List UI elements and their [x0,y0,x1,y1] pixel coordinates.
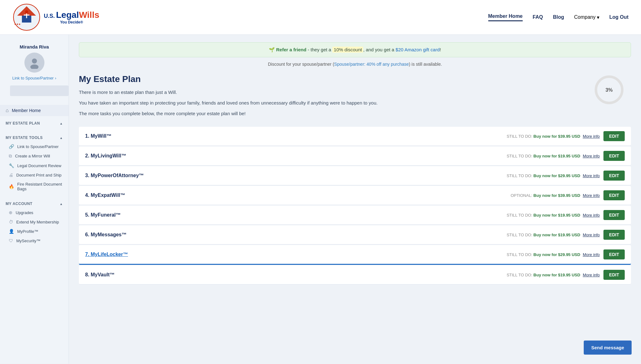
estate-plan-desc3: The more tasks you complete below, the m… [79,110,631,117]
sidebar-item-upgrades[interactable]: ⊕ Upgrades [0,208,69,217]
edit-button[interactable]: EDIT [603,190,625,200]
svg-point-8 [30,64,38,69]
estate-plan-section-header[interactable]: MY ESTATE PLAN ▲ [0,119,69,127]
more-info-link[interactable]: More info [583,252,600,257]
banner-message: - [308,47,310,52]
logo-area: ★★★ U.S. LegalWills You Decide® [13,3,99,31]
sidebar-item-label: MySecurity™ [16,238,40,243]
sidebar-item-label: Upgrades [16,210,33,215]
logo-wills-text: Wills [79,10,99,20]
nav-company-dropdown[interactable]: Company ▾ [574,14,599,20]
nav-blog[interactable]: Blog [553,14,564,20]
item-status: OPTIONAL: Buy now for $39.95 USD [510,193,580,198]
sidebar-item-label: Extend My Membership [16,220,59,224]
more-info-link[interactable]: More info [583,173,600,178]
estate-tools-section-header[interactable]: MY ESTATE TOOLS ▲ [0,134,69,142]
banner-detail: they get a 10% discount, and you get a $… [310,47,441,53]
home-icon: ⌂ [6,108,9,113]
svg-text:★★★: ★★★ [14,23,21,26]
sidebar-item-label: Fire Resistant Document Bags [17,182,63,191]
sidebar-user: Miranda Riva Link to Spouse/Partner › [0,41,69,85]
refer-friend-label: Refer a friend [276,47,306,52]
edit-button[interactable]: EDIT [603,230,625,240]
more-info-link[interactable]: More info [583,213,600,218]
nav-faq[interactable]: FAQ [533,14,543,20]
sidebar-item-label: MyProfile™ [17,229,38,234]
table-row: 3. MyPowerOfAttorney™ STILL TO DO: Buy n… [79,166,631,185]
logo-icon: ★★★ [13,3,41,31]
copy-icon: ⧉ [9,153,12,159]
chevron-right-icon: › [55,76,56,80]
logo-us: U.S. [44,13,55,19]
item-status: STILL TO DO: Buy now for $29.95 USD [507,252,580,257]
avatar [24,53,44,73]
sidebar-item-myprofile[interactable]: 👤 MyProfile™ [0,227,69,236]
fire-icon: 🔥 [9,184,14,189]
sidebar-item-link-spouse[interactable]: 🔗 Link to Spouse/Partner [0,142,69,151]
table-row: 7. MyLifeLocker™ STILL TO DO: Buy now fo… [79,245,631,265]
more-info-link[interactable]: More info [583,154,600,158]
sidebar-item-mirror-will[interactable]: ⧉ Create a Mirror Will [0,151,69,161]
item-name: 2. MyLivingWill™ [85,153,507,159]
edit-button[interactable]: EDIT [603,171,625,181]
edit-button[interactable]: EDIT [603,249,625,259]
item-name: 4. MyExpatWill™ [85,192,510,198]
sidebar-search-input[interactable] [10,85,69,96]
more-info-link[interactable]: More info [583,233,600,237]
item-name: 8. MyVault™ [85,272,507,278]
edit-button[interactable]: EDIT [603,270,625,280]
chevron-up-icon-2: ▲ [60,136,63,140]
estate-items-list: 1. MyWill™ STILL TO DO: Buy now for $39.… [79,127,631,285]
sidebar-member-home-label: Member Home [12,108,41,113]
shield-icon: 🛡 [9,238,13,243]
progress-pct-label: 3% [605,87,613,93]
clock-icon: ⏱ [9,219,13,224]
table-row: 4. MyExpatWill™ OPTIONAL: Buy now for $3… [79,186,631,205]
edit-button[interactable]: EDIT [603,151,625,161]
logo-tagline: You Decide® [44,20,99,24]
spouse-discount-text: Discount for your spouse/partner (Spouse… [79,62,631,67]
user-icon [28,56,41,69]
item-status: STILL TO DO: Buy now for $39.95 USD [507,134,580,139]
sidebar-item-member-home[interactable]: ⌂ Member Home [0,105,69,116]
account-section-header[interactable]: MY ACCOUNT ▲ [0,200,69,208]
leaf-icon: 🌱 [269,47,275,52]
referral-banner: 🌱 Refer a friend - they get a 10% discou… [79,42,631,57]
table-row: 8. MyVault™ STILL TO DO: Buy now for $19… [79,265,631,285]
nav-logout[interactable]: Log Out [609,14,628,20]
profile-icon: 👤 [9,229,14,234]
sidebar-item-extend-membership[interactable]: ⏱ Extend My Membership [0,217,69,227]
sidebar-item-fire-bags[interactable]: 🔥 Fire Resistant Document Bags [0,180,69,193]
nav-company-label: Company [574,14,595,20]
more-info-link[interactable]: More info [583,273,600,277]
spouse-partner-link[interactable]: Link to Spouse/Partner › [5,76,64,80]
more-info-link[interactable]: More info [583,134,600,139]
send-message-button[interactable]: Send message [584,341,632,355]
table-row: 5. MyFuneral™ STILL TO DO: Buy now for $… [79,206,631,225]
edit-button[interactable]: EDIT [603,131,625,141]
sidebar-section-estate-plan: MY ESTATE PLAN ▲ [0,116,69,131]
sidebar-item-legal-review[interactable]: 🔧 Legal Document Review [0,161,69,170]
estate-plan-title: My Estate Plan [79,74,631,84]
sidebar-item-mysecurity[interactable]: 🛡 MySecurity™ [0,236,69,245]
item-name: 7. MyLifeLocker™ [85,252,507,257]
item-name: 5. MyFuneral™ [85,212,507,218]
item-status: STILL TO DO: Buy now for $19.95 USD [507,154,580,158]
item-name: 3. MyPowerOfAttorney™ [85,173,507,178]
item-name: 1. MyWill™ [85,133,507,139]
edit-button[interactable]: EDIT [603,210,625,220]
nav-member-home[interactable]: Member Home [488,13,523,21]
sidebar-item-label: Document Print and Ship [16,173,62,177]
svg-point-3 [25,10,28,13]
estate-tools-section-label: MY ESTATE TOOLS [6,136,43,140]
progress-circle: 3% [593,74,625,105]
chevron-up-icon-3: ▲ [60,202,63,206]
sidebar-item-doc-print[interactable]: 🖨 Document Print and Ship [0,170,69,180]
logo-text: U.S. LegalWills You Decide® [44,10,99,24]
sidebar-item-label: Legal Document Review [17,163,61,168]
sidebar: Miranda Riva Link to Spouse/Partner › ⌂ … [0,35,69,364]
more-info-link[interactable]: More info [583,193,600,198]
estate-plan-section-label: MY ESTATE PLAN [6,121,40,126]
account-section-label: MY ACCOUNT [6,202,33,206]
spouse-discount-link[interactable]: Spouse/partner: 40% off any purchase [334,62,409,67]
